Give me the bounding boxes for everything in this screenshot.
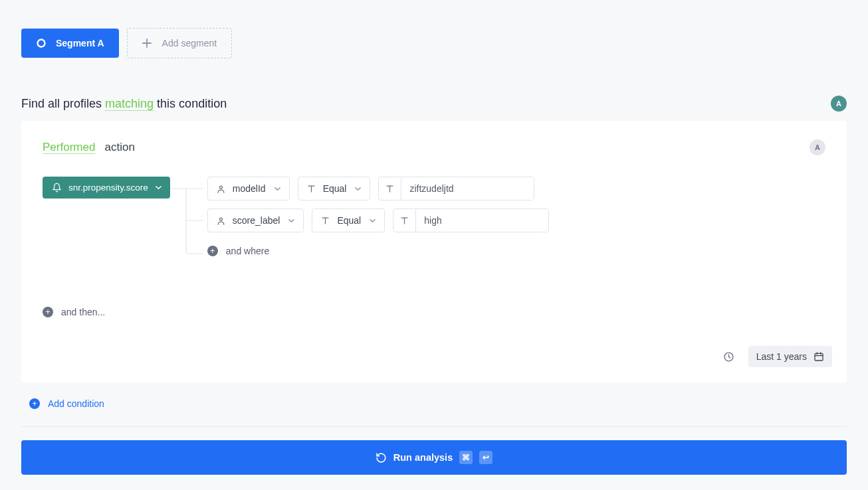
- bell-icon: [52, 183, 62, 193]
- param-op-label: Equal: [323, 183, 347, 194]
- text-icon: [320, 216, 330, 226]
- plus-circle-icon: +: [29, 398, 40, 409]
- add-condition-button[interactable]: + Add condition: [29, 398, 847, 409]
- time-scope-button[interactable]: [718, 345, 740, 368]
- param-attr-label: modelId: [233, 183, 266, 194]
- chevron-down-icon: [354, 185, 362, 193]
- add-where-button[interactable]: + and where: [207, 240, 549, 256]
- run-analysis-button[interactable]: Run analysis ⌘ ↩: [21, 440, 847, 475]
- param-row: modelId Equal: [207, 177, 549, 201]
- date-range-selector[interactable]: Last 1 years: [748, 346, 832, 367]
- chevron-down-icon: [155, 184, 162, 191]
- calendar-icon: [814, 351, 824, 362]
- add-segment-button[interactable]: Add segment: [127, 28, 233, 58]
- bracket-connector: [170, 177, 207, 283]
- plus-icon: [142, 39, 152, 48]
- performed-toggle[interactable]: Performed: [43, 141, 95, 154]
- chevron-down-icon: [274, 185, 281, 193]
- param-op-select[interactable]: Equal: [298, 177, 371, 201]
- user-icon: [216, 216, 226, 226]
- svg-point-2: [219, 218, 222, 220]
- svg-rect-4: [815, 353, 823, 361]
- date-range-label: Last 1 years: [756, 351, 807, 362]
- segment-badge: A: [831, 96, 847, 112]
- param-value-input-wrap: [378, 177, 534, 201]
- event-name: snr.propensity.score: [68, 183, 148, 193]
- chevron-down-icon: [369, 217, 376, 224]
- user-icon: [216, 184, 226, 194]
- event-selector[interactable]: snr.propensity.score: [43, 177, 170, 199]
- clock-icon: [723, 351, 734, 363]
- segment-tab-label: Segment A: [56, 38, 104, 48]
- param-op-label: Equal: [337, 215, 361, 226]
- param-attr-select[interactable]: score_label: [207, 208, 304, 232]
- condition-segment-badge: A: [810, 139, 825, 155]
- refresh-icon: [376, 452, 387, 463]
- and-where-label: and where: [226, 246, 269, 256]
- and-then-label: and then...: [61, 307, 105, 317]
- param-attr-label: score_label: [233, 215, 280, 226]
- segment-tab-a[interactable]: Segment A: [21, 29, 119, 58]
- text-icon: [385, 184, 395, 194]
- param-op-select[interactable]: Equal: [312, 208, 385, 232]
- add-then-button[interactable]: + and then...: [43, 307, 825, 317]
- condition-card: Performed action A snr.propensity.score: [21, 121, 847, 382]
- plus-circle-icon: +: [43, 307, 53, 317]
- param-attr-select[interactable]: modelId: [207, 177, 290, 201]
- matching-toggle[interactable]: matching: [105, 97, 154, 111]
- text-icon: [306, 184, 316, 194]
- add-condition-label: Add condition: [48, 398, 104, 409]
- circle-outline-icon: [36, 38, 47, 48]
- run-analysis-label: Run analysis: [393, 452, 453, 463]
- svg-point-1: [219, 186, 222, 189]
- param-value-input[interactable]: [401, 177, 534, 200]
- divider: [21, 426, 847, 427]
- text-icon: [399, 216, 409, 226]
- chevron-down-icon: [288, 217, 295, 224]
- page-title: Find all profiles matching this conditio…: [21, 97, 227, 111]
- enter-key-icon: ↩: [479, 451, 492, 464]
- cmd-key-icon: ⌘: [459, 451, 473, 464]
- param-value-input-wrap: [393, 208, 549, 232]
- segment-tabs: Segment A Add segment: [21, 28, 847, 58]
- add-segment-label: Add segment: [162, 38, 217, 48]
- param-row: score_label Equal: [207, 208, 549, 232]
- param-value-input[interactable]: [416, 209, 548, 232]
- svg-point-0: [38, 40, 45, 47]
- plus-circle-icon: +: [207, 246, 218, 256]
- condition-type-label: Performed action: [43, 141, 135, 154]
